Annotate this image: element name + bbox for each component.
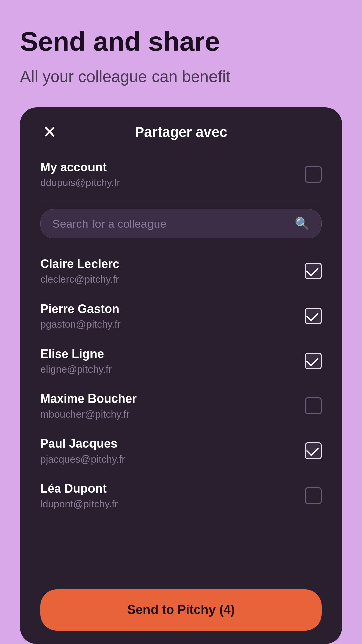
account-info: My account ddupuis@pitchy.fr [40,160,120,189]
colleague-email: cleclerc@pitchy.fr [40,274,119,285]
page-subtitle: All your colleague can benefit [20,66,342,87]
page-title: Send and share [20,27,342,56]
modal-title: Partager avec [135,124,227,140]
colleague-email: pgaston@pitchy.fr [40,319,121,330]
colleague-row: Léa Dupontldupont@pitchy.fr [40,473,322,518]
close-icon: ✕ [43,124,57,141]
colleague-email: ldupont@pitchy.fr [40,498,118,510]
my-account-checkbox[interactable] [305,166,322,183]
search-box: 🔍 [40,209,322,238]
share-modal: ✕ Partager avec My account ddupuis@pitch… [20,107,342,644]
my-account-label: My account [40,160,120,174]
colleague-list: Claire Leclerccleclerc@pitchy.frPierre G… [40,249,322,579]
search-input[interactable] [52,217,295,230]
colleague-checkbox[interactable] [305,308,322,324]
colleague-info: Paul Jacquespjacques@pitchy.fr [40,437,125,465]
send-button[interactable]: Send to Pitchy (4) [40,589,322,631]
colleague-info: Pierre Gastonpgaston@pitchy.fr [40,302,121,330]
colleague-name: Elise Ligne [40,347,112,361]
search-icon: 🔍 [295,217,310,231]
colleague-name: Claire Leclerc [40,257,119,271]
modal-content: My account ddupuis@pitchy.fr 🔍 Claire Le… [20,154,342,631]
colleague-row: Paul Jacquespjacques@pitchy.fr [40,428,322,473]
colleague-name: Paul Jacques [40,437,125,451]
colleague-checkbox[interactable] [305,353,322,369]
colleague-row: Elise Ligneeligne@pitchy.fr [40,338,322,383]
colleague-name: Pierre Gaston [40,302,121,316]
colleague-name: Maxime Boucher [40,392,137,406]
close-button[interactable]: ✕ [40,123,59,142]
colleague-email: pjacques@pitchy.fr [40,453,125,465]
colleague-info: Claire Leclerccleclerc@pitchy.fr [40,257,119,285]
colleague-checkbox[interactable] [305,397,322,414]
colleague-row: Maxime Bouchermboucher@pitchy.fr [40,383,322,428]
colleague-row: Pierre Gastonpgaston@pitchy.fr [40,293,322,338]
colleague-row: Claire Leclerccleclerc@pitchy.fr [40,249,322,293]
my-account-row: My account ddupuis@pitchy.fr [40,154,322,199]
my-account-email: ddupuis@pitchy.fr [40,177,120,189]
colleague-email: mboucher@pitchy.fr [40,409,137,420]
colleague-checkbox[interactable] [305,442,322,459]
colleague-info: Elise Ligneeligne@pitchy.fr [40,347,112,375]
divider [40,199,322,199]
colleague-email: eligne@pitchy.fr [40,364,112,375]
colleague-name: Léa Dupont [40,482,118,496]
colleague-checkbox[interactable] [305,263,322,279]
modal-header: ✕ Partager avec [20,107,342,154]
colleague-info: Léa Dupontldupont@pitchy.fr [40,482,118,510]
colleague-info: Maxime Bouchermboucher@pitchy.fr [40,392,137,420]
colleague-checkbox[interactable] [305,487,322,504]
